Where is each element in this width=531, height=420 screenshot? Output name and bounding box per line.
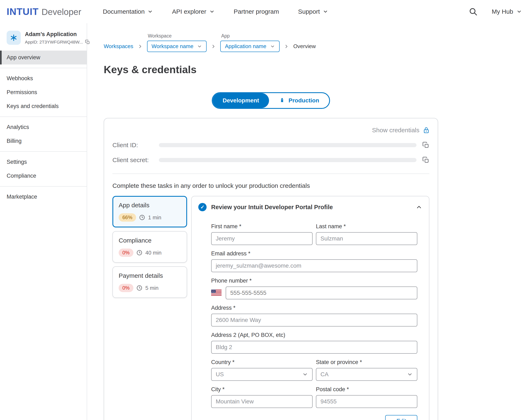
chevron-up-icon[interactable]	[416, 204, 422, 210]
nav-right: My Hub	[469, 7, 522, 16]
intuit-developer-logo[interactable]: INTUIT Developer	[7, 6, 81, 17]
sidebar-item-billing[interactable]: Billing	[0, 134, 87, 148]
chevron-down-icon	[516, 9, 522, 14]
page-title: Keys & credentials	[104, 64, 531, 76]
client-secret-row: Client secret:	[112, 156, 429, 164]
sidebar-divider	[0, 68, 87, 68]
task-time: 5 min	[145, 285, 159, 291]
copy-icon[interactable]	[422, 156, 429, 164]
chevron-down-icon	[302, 372, 308, 377]
show-credentials-control[interactable]: Show credentials	[112, 127, 429, 134]
sidebar-item-compliance[interactable]: Compliance	[0, 169, 87, 183]
sidebar-item-analytics[interactable]: Analytics	[0, 120, 87, 134]
profile-section-title: Review your Intuit Developer Portal Prof…	[211, 204, 333, 211]
chevron-down-icon	[407, 372, 413, 377]
my-hub-menu[interactable]: My Hub	[492, 8, 522, 15]
city-label: City *	[211, 386, 312, 393]
email-input[interactable]	[211, 259, 417, 272]
chevron-right-icon	[211, 44, 216, 49]
first-name-input[interactable]	[211, 232, 312, 245]
address-input[interactable]	[211, 314, 417, 327]
progress-badge: 66%	[119, 213, 136, 222]
nav-support[interactable]: Support	[298, 8, 328, 15]
chevron-down-icon	[323, 9, 328, 14]
environment-toggle: Development Production	[212, 92, 330, 109]
divider	[112, 174, 429, 174]
application-name-dropdown[interactable]: Application name	[220, 41, 279, 52]
chevron-down-icon	[197, 44, 202, 49]
phone-label: Phone number *	[211, 278, 417, 284]
phone-input[interactable]	[226, 286, 417, 299]
tasks-intro-text: Complete these tasks in any order to unl…	[112, 182, 429, 189]
state-select[interactable]: CA	[316, 368, 417, 381]
chevron-right-icon	[138, 44, 143, 49]
profile-form: First name * Last name * Email address *…	[192, 218, 429, 420]
address-label: Address *	[211, 305, 417, 311]
client-id-row: Client ID:	[112, 142, 429, 149]
client-secret-label: Client secret:	[112, 156, 159, 164]
sidebar-item-permissions[interactable]: Permissions	[0, 85, 87, 99]
nav-api-explorer[interactable]: API explorer	[172, 8, 215, 15]
task-card-payment-details[interactable]: Payment details 0% 5 min	[112, 266, 187, 298]
top-navbar: INTUIT Developer Documentation API explo…	[0, 0, 531, 23]
edit-button[interactable]: Edit	[385, 415, 417, 420]
state-label: State or province *	[316, 359, 417, 365]
progress-badge: 0%	[119, 284, 133, 292]
sidebar-item-keys-and-credentials[interactable]: Keys and credentials	[0, 99, 87, 113]
app-id: AppID: 2T3YWFGRWQ48W...	[25, 40, 83, 45]
app-logo-icon	[7, 31, 21, 45]
task-card-app-details[interactable]: App details 66% 1 min	[112, 196, 187, 227]
primary-nav: Documentation API explorer Partner progr…	[103, 8, 328, 15]
developer-logo-text: Developer	[42, 7, 81, 17]
sidebar-item-marketplace[interactable]: Marketplace	[0, 190, 87, 204]
sidebar-item-webhooks[interactable]: Webhooks	[0, 72, 87, 85]
clock-icon	[136, 250, 142, 256]
nav-documentation[interactable]: Documentation	[103, 8, 153, 15]
copy-icon[interactable]	[422, 142, 429, 149]
task-card-compliance[interactable]: Compliance 0% 40 min	[112, 231, 187, 263]
country-select[interactable]: US	[211, 368, 312, 381]
credentials-card: Show credentials Client ID: Client secre…	[104, 118, 438, 420]
email-label: Email address *	[211, 250, 417, 257]
sidebar-divider	[0, 151, 87, 152]
breadcrumb-overview: Overview	[293, 43, 316, 49]
client-id-label: Client ID:	[112, 142, 159, 149]
us-flag-icon[interactable]	[211, 290, 221, 296]
chevron-down-icon	[270, 44, 275, 49]
chevron-down-icon	[209, 9, 215, 14]
client-secret-masked-value	[159, 158, 417, 162]
app-name: Adam’s Application	[25, 31, 90, 38]
breadcrumb: Workspaces Workspace Workspace name App …	[104, 41, 531, 52]
address2-label: Address 2 (Apt, PO BOX, etc)	[211, 332, 417, 338]
country-label: Country *	[211, 359, 312, 365]
last-name-input[interactable]	[316, 232, 417, 245]
nav-partner-program[interactable]: Partner program	[234, 8, 279, 15]
chevron-right-icon	[284, 44, 289, 49]
search-icon[interactable]	[469, 7, 478, 16]
lock-icon	[423, 127, 429, 134]
development-tab[interactable]: Development	[213, 93, 269, 108]
app-field-label: App	[221, 33, 230, 39]
workspace-field-label: Workspace	[148, 33, 172, 39]
postal-code-label: Postal code *	[316, 386, 417, 393]
sidebar-divider	[0, 117, 87, 117]
breadcrumb-workspaces-link[interactable]: Workspaces	[104, 43, 133, 49]
task-detail-accordion: ✓ Review your Intuit Developer Portal Pr…	[191, 196, 429, 420]
city-input[interactable]	[211, 395, 312, 408]
profile-section-header[interactable]: ✓ Review your Intuit Developer Portal Pr…	[192, 196, 429, 218]
main-content: Workspaces Workspace Workspace name App …	[87, 23, 531, 420]
check-circle-icon: ✓	[198, 203, 207, 211]
postal-code-input[interactable]	[316, 395, 417, 408]
workspace-name-dropdown[interactable]: Workspace name	[147, 41, 207, 52]
chevron-down-icon	[147, 9, 153, 14]
clock-icon	[136, 285, 142, 291]
intuit-logo-text: INTUIT	[7, 6, 39, 17]
task-time: 40 min	[145, 250, 162, 256]
sidebar-item-settings[interactable]: Settings	[0, 155, 87, 169]
address2-input[interactable]	[211, 341, 417, 354]
sidebar-divider	[0, 186, 87, 187]
sidebar-item-app-overview[interactable]: App overview	[0, 51, 87, 64]
app-header: Adam’s Application AppID: 2T3YWFGRWQ48W.…	[0, 28, 87, 51]
rocket-icon	[279, 97, 285, 104]
production-tab[interactable]: Production	[269, 93, 329, 108]
